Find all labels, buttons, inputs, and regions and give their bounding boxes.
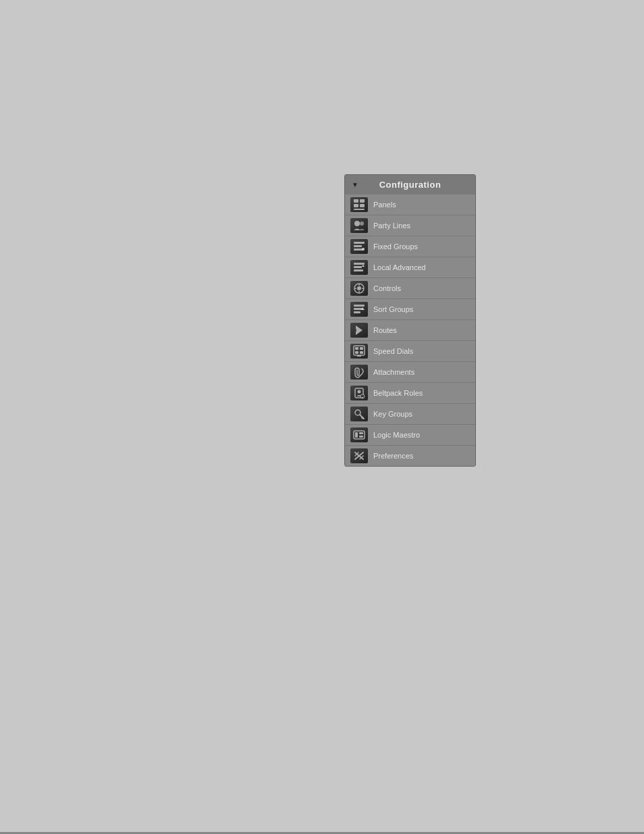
svg-text:★: ★ <box>361 396 364 399</box>
collapse-arrow-icon[interactable]: ▼ <box>352 181 358 188</box>
menu-item-speed-dials[interactable]: Speed Dials <box>345 341 475 362</box>
svg-point-15 <box>357 286 361 290</box>
menu-item-preferences[interactable]: Preferences <box>345 446 475 466</box>
svg-rect-7 <box>354 242 365 244</box>
svg-rect-8 <box>354 245 362 247</box>
sort-groups-label: Sort Groups <box>373 305 413 313</box>
attachments-icon <box>350 365 368 380</box>
svg-rect-25 <box>354 346 365 355</box>
svg-marker-23 <box>356 325 363 335</box>
fixed-groups-label: Fixed Groups <box>373 242 418 251</box>
svg-rect-27 <box>360 347 363 350</box>
local-advanced-icon <box>350 260 368 275</box>
menu-item-logic-maestro[interactable]: Logic Maestro <box>345 425 475 446</box>
beltpack-roles-icon: ★ <box>350 386 368 400</box>
svg-rect-3 <box>360 204 365 207</box>
menu-item-party-lines[interactable]: Party Lines <box>345 215 475 236</box>
svg-rect-30 <box>357 355 361 357</box>
sort-groups-icon <box>350 302 368 317</box>
preferences-icon <box>350 448 368 463</box>
speed-dials-icon <box>350 344 368 359</box>
svg-point-5 <box>354 221 360 226</box>
page-background: ▼ Configuration Panels <box>0 0 644 834</box>
local-advanced-label: Local Advanced <box>373 263 426 271</box>
speed-dials-label: Speed Dials <box>373 347 413 355</box>
config-header: ▼ Configuration <box>345 175 475 194</box>
key-groups-icon <box>350 407 368 421</box>
controls-icon <box>350 281 368 296</box>
controls-label: Controls <box>373 284 401 292</box>
config-panel-title: Configuration <box>379 180 441 190</box>
party-lines-label: Party Lines <box>373 221 410 230</box>
svg-rect-4 <box>354 209 365 210</box>
svg-point-6 <box>360 221 364 226</box>
menu-item-key-groups[interactable]: Key Groups <box>345 404 475 425</box>
svg-rect-41 <box>359 432 363 434</box>
menu-item-attachments[interactable]: Attachments <box>345 362 475 383</box>
svg-rect-24 <box>355 329 356 332</box>
svg-rect-21 <box>354 308 362 310</box>
svg-rect-9 <box>354 249 363 251</box>
logic-maestro-icon <box>350 427 368 442</box>
svg-rect-11 <box>354 263 365 265</box>
svg-rect-2 <box>354 204 358 207</box>
party-lines-icon <box>350 218 368 233</box>
menu-item-sort-groups[interactable]: Sort Groups <box>345 299 475 320</box>
svg-point-32 <box>358 390 361 394</box>
svg-rect-26 <box>355 347 358 350</box>
panels-label: Panels <box>373 201 396 209</box>
key-groups-label: Key Groups <box>373 410 412 418</box>
routes-icon <box>350 323 368 338</box>
config-panel: ▼ Configuration Panels <box>344 174 476 467</box>
logic-maestro-label: Logic Maestro <box>373 431 420 439</box>
attachments-label: Attachments <box>373 368 414 376</box>
svg-rect-0 <box>354 199 358 203</box>
preferences-label: Preferences <box>373 452 413 460</box>
svg-rect-22 <box>354 311 360 313</box>
svg-rect-13 <box>354 269 363 271</box>
panels-icon <box>350 197 368 212</box>
menu-item-controls[interactable]: Controls <box>345 278 475 299</box>
menu-item-routes[interactable]: Routes <box>345 320 475 341</box>
menu-item-local-advanced[interactable]: Local Advanced <box>345 257 475 278</box>
svg-rect-28 <box>355 351 358 354</box>
svg-point-10 <box>362 248 365 251</box>
svg-rect-20 <box>354 305 365 307</box>
svg-rect-29 <box>360 351 363 354</box>
fixed-groups-icon <box>350 239 368 254</box>
beltpack-roles-label: Beltpack Roles <box>373 389 423 397</box>
svg-rect-12 <box>354 266 362 268</box>
menu-item-fixed-groups[interactable]: Fixed Groups <box>345 236 475 257</box>
menu-item-panels[interactable]: Panels <box>345 194 475 215</box>
menu-item-beltpack-roles[interactable]: ★ Beltpack Roles <box>345 383 475 404</box>
svg-rect-42 <box>359 436 363 438</box>
routes-label: Routes <box>373 326 397 334</box>
svg-rect-40 <box>355 432 358 438</box>
svg-rect-1 <box>360 199 365 203</box>
